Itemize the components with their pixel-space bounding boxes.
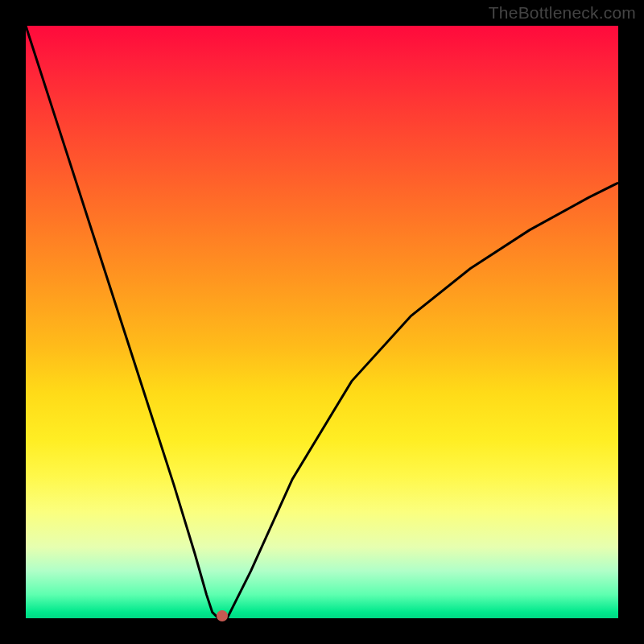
chart-frame: TheBottleneck.com xyxy=(0,0,644,644)
watermark-text: TheBottleneck.com xyxy=(489,3,636,23)
bottleneck-curve xyxy=(26,26,618,618)
curve-svg xyxy=(26,26,618,618)
minimum-marker xyxy=(217,610,228,621)
plot-area xyxy=(26,26,618,618)
